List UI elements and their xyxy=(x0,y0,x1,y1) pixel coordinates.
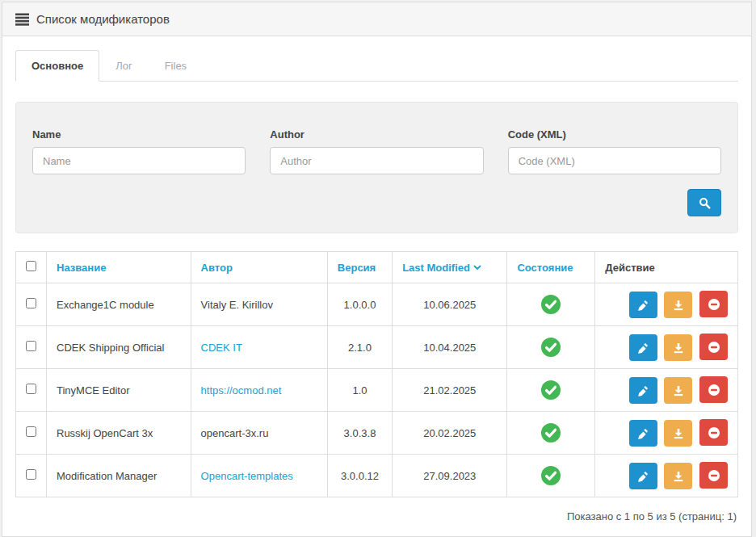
mod-date: 21.02.2025 xyxy=(393,369,507,412)
edit-button[interactable] xyxy=(629,334,657,361)
tab-bar: Основное Лог Files xyxy=(15,50,738,82)
results-summary: Показано с 1 по 5 из 5 (страниц: 1) xyxy=(15,510,738,522)
edit-button[interactable] xyxy=(629,420,657,447)
filter-field-name: Name xyxy=(32,119,246,174)
select-all-checkbox[interactable] xyxy=(26,261,36,271)
edit-button[interactable] xyxy=(629,377,657,404)
code-xml-input[interactable] xyxy=(508,147,721,174)
chevron-down-icon xyxy=(473,261,481,273)
modifications-table: Название Автор Версия Last Modified Сост… xyxy=(15,251,738,497)
mod-author-link[interactable]: https://ocmod.net xyxy=(201,384,282,396)
search-button[interactable] xyxy=(687,189,721,216)
mod-name: CDEK Shipping Official xyxy=(47,326,191,369)
row-checkbox[interactable] xyxy=(26,384,36,394)
action-header: Действие xyxy=(595,252,738,283)
filter-row: Name Author Code (XML) xyxy=(32,119,721,174)
filter-field-code: Code (XML) xyxy=(508,119,721,174)
check-circle-icon xyxy=(540,337,561,358)
row-checkbox[interactable] xyxy=(26,341,36,351)
mod-version: 1.0.0.0 xyxy=(327,283,392,326)
mod-name: Exchange1C module xyxy=(47,283,191,326)
table-row: Russkij OpenCart 3x opencart-3x.ru 3.0.3… xyxy=(16,412,738,455)
mod-version: 3.0.0.12 xyxy=(327,455,392,497)
check-circle-icon xyxy=(540,465,561,486)
table-row: TinyMCE Editor https://ocmod.net 1.0 21.… xyxy=(16,369,738,412)
table-row: Modification Manager Opencart-templates … xyxy=(16,455,738,497)
mod-name: Russkij OpenCart 3x xyxy=(47,412,191,455)
download-button[interactable] xyxy=(664,292,692,318)
select-all-cell xyxy=(16,252,47,283)
table-header-row: Название Автор Версия Last Modified Сост… xyxy=(16,252,738,283)
table-row: CDEK Shipping Official CDEK IT 2.1.0 10.… xyxy=(16,326,738,369)
download-button[interactable] xyxy=(664,334,692,361)
sort-by-modified-link[interactable]: Last Modified xyxy=(402,262,481,274)
mod-author: opencart-3x.ru xyxy=(191,412,327,455)
mod-date: 10.04.2025 xyxy=(393,326,507,369)
minus-circle-icon xyxy=(708,426,720,439)
disable-button[interactable] xyxy=(699,462,728,489)
row-checkbox[interactable] xyxy=(26,298,36,308)
download-button[interactable] xyxy=(664,377,692,404)
panel-body: Основное Лог Files Name Author Code (XML… xyxy=(2,50,751,535)
sort-by-name-link[interactable]: Название xyxy=(57,262,106,274)
download-icon xyxy=(673,342,684,354)
mod-date: 27.09.2023 xyxy=(393,455,507,497)
pencil-icon xyxy=(637,428,649,439)
modifications-panel: Список модификаторов Основное Лог Files … xyxy=(2,2,752,537)
panel-heading: Список модификаторов xyxy=(2,2,751,36)
tab-log[interactable]: Лог xyxy=(99,50,149,82)
author-input[interactable] xyxy=(270,147,483,174)
disable-button[interactable] xyxy=(699,334,728,360)
disable-button[interactable] xyxy=(699,376,728,403)
code-xml-label: Code (XML) xyxy=(508,128,721,141)
disable-button[interactable] xyxy=(699,419,728,446)
page-title: Список модификаторов xyxy=(36,12,170,26)
pencil-icon xyxy=(637,471,649,482)
mod-name: Modification Manager xyxy=(47,455,191,497)
pencil-icon xyxy=(637,342,649,354)
author-label: Author xyxy=(270,128,483,141)
check-circle-icon xyxy=(540,294,561,315)
mod-author: Vitaly E. Kirillov xyxy=(191,283,327,326)
name-label: Name xyxy=(32,128,246,141)
mod-date: 20.02.2025 xyxy=(393,412,507,455)
tab-main[interactable]: Основное xyxy=(15,50,99,82)
filter-panel: Name Author Code (XML) xyxy=(15,102,738,233)
mod-author-link[interactable]: CDEK IT xyxy=(201,342,242,354)
edit-button[interactable] xyxy=(629,463,657,489)
check-circle-icon xyxy=(540,380,561,401)
tab-files[interactable]: Files xyxy=(149,50,203,82)
sort-by-status-link[interactable]: Состояние xyxy=(517,262,573,274)
download-button[interactable] xyxy=(664,420,692,447)
minus-circle-icon xyxy=(708,384,720,396)
mod-author-link[interactable]: Opencart-templates xyxy=(201,470,293,482)
edit-button[interactable] xyxy=(629,292,657,318)
mod-date: 10.06.2025 xyxy=(393,283,507,326)
magnifier-icon xyxy=(699,197,711,209)
row-checkbox[interactable] xyxy=(26,426,36,437)
mod-version: 2.1.0 xyxy=(327,326,392,369)
download-icon xyxy=(673,471,684,482)
table-row: Exchange1C module Vitaly E. Kirillov 1.0… xyxy=(16,283,738,326)
mod-version: 1.0 xyxy=(327,369,392,412)
pencil-icon xyxy=(637,300,649,311)
list-icon xyxy=(15,12,29,26)
name-input[interactable] xyxy=(32,147,246,174)
download-icon xyxy=(673,428,684,439)
download-icon xyxy=(673,300,684,311)
row-checkbox[interactable] xyxy=(26,469,36,480)
mod-name: TinyMCE Editor xyxy=(47,369,191,412)
download-button[interactable] xyxy=(664,463,692,489)
filter-field-author: Author xyxy=(270,119,483,174)
sort-by-version-link[interactable]: Версия xyxy=(338,262,376,274)
mod-version: 3.0.3.8 xyxy=(327,412,392,455)
minus-circle-icon xyxy=(708,298,720,311)
minus-circle-icon xyxy=(708,469,720,482)
download-icon xyxy=(673,385,684,396)
check-circle-icon xyxy=(540,422,561,443)
disable-button[interactable] xyxy=(699,291,728,317)
sort-by-author-link[interactable]: Автор xyxy=(201,262,233,274)
pencil-icon xyxy=(637,385,649,396)
minus-circle-icon xyxy=(708,341,720,354)
